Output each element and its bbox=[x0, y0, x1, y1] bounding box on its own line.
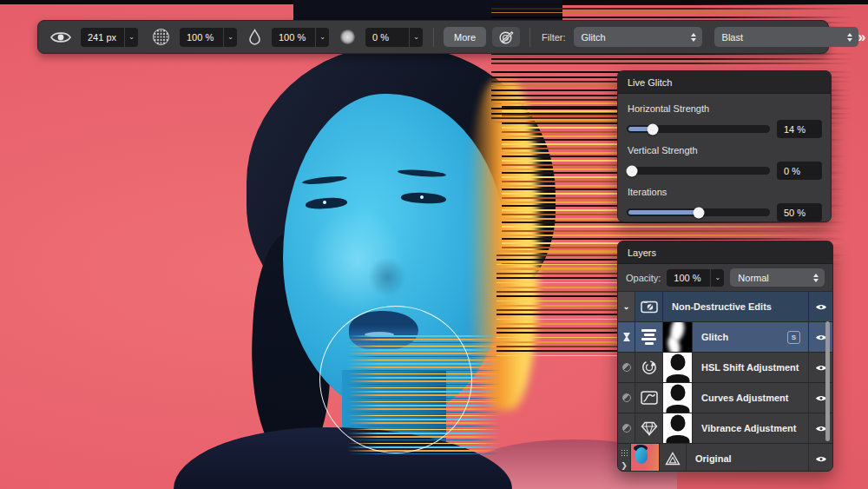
flow-value[interactable]: 100 % bbox=[272, 28, 315, 47]
softness-value[interactable]: 0 % bbox=[365, 28, 409, 47]
softness-icon bbox=[340, 30, 355, 44]
filter-select-value: Glitch bbox=[582, 32, 606, 43]
layer-row-original[interactable]: ❯ Original bbox=[618, 444, 832, 472]
chevron-down-icon[interactable]: ⌄ bbox=[223, 28, 237, 47]
vertical-strength-value[interactable]: 0 % bbox=[777, 162, 822, 180]
brush-icon bbox=[498, 30, 514, 44]
layer-name[interactable]: Non-Destructive Edits bbox=[663, 292, 809, 321]
vibrance-adjustment-icon bbox=[635, 413, 663, 443]
horizontal-strength-value[interactable]: 14 % bbox=[777, 120, 822, 138]
smart-badge: S bbox=[787, 331, 800, 344]
context-toolbar: 241 px ⌄ 100 % ⌄ 100 % ⌄ 0 % ⌄ More Filt… bbox=[37, 20, 829, 54]
toolbar-separator bbox=[433, 28, 434, 47]
layer-thumbnail[interactable] bbox=[631, 444, 660, 472]
brush-cursor-outline bbox=[319, 306, 472, 453]
opacity-label: Opacity: bbox=[626, 273, 661, 283]
layer-mask-thumbnail[interactable] bbox=[663, 353, 693, 382]
photo-eye-glint bbox=[420, 195, 424, 199]
chevron-down-icon[interactable]: ⌄ bbox=[710, 269, 724, 287]
layer-mask-thumbnail[interactable] bbox=[663, 413, 693, 443]
layer-toggle-icon[interactable] bbox=[618, 413, 635, 443]
chevron-down-icon[interactable]: ⌄ bbox=[315, 28, 329, 47]
filter-mode-select-value: Blast bbox=[722, 32, 743, 43]
blend-mode-value: Normal bbox=[738, 273, 768, 283]
blend-mode-select[interactable]: Normal bbox=[730, 268, 825, 287]
brush-width-icon bbox=[49, 30, 72, 45]
layer-toggle-icon[interactable] bbox=[618, 353, 635, 382]
flow-icon bbox=[248, 29, 261, 45]
expand-chevron-icon[interactable]: ⌄ bbox=[618, 292, 635, 321]
visibility-eye-icon[interactable] bbox=[809, 444, 832, 472]
brush-width-value[interactable]: 241 px bbox=[81, 28, 124, 47]
iterations-value[interactable]: 50 % bbox=[777, 203, 822, 221]
layer-name[interactable]: Curves Adjustment bbox=[693, 383, 809, 413]
hardness-value[interactable]: 100 % bbox=[180, 28, 223, 47]
snapshot-triangle-icon bbox=[660, 444, 687, 472]
live-filter-stack-icon bbox=[635, 322, 663, 352]
layers-list: ⌄ Non-Destructive Edits bbox=[618, 292, 832, 472]
layer-name[interactable]: Vibrance Adjustment bbox=[693, 413, 809, 443]
slider-knob[interactable] bbox=[627, 165, 638, 176]
layer-toggle-icon[interactable] bbox=[618, 383, 635, 413]
layer-row-curves[interactable]: Curves Adjustment bbox=[618, 383, 832, 413]
slider-label: Vertical Strength bbox=[628, 145, 821, 155]
slider-label: Horizontal Strength bbox=[628, 103, 821, 114]
mask-link-hourglass-icon[interactable] bbox=[618, 322, 635, 352]
layers-options-row: Opacity: 100 % ⌄ Normal bbox=[618, 264, 832, 292]
layer-mask-thumbnail[interactable] bbox=[663, 322, 693, 352]
layer-name[interactable]: Original bbox=[687, 444, 809, 472]
opacity-input[interactable]: 100 % ⌄ bbox=[667, 269, 724, 287]
filter-label: Filter: bbox=[542, 32, 566, 43]
flow-input[interactable]: 100 % ⌄ bbox=[272, 28, 329, 47]
photo-eye-glint bbox=[323, 201, 326, 204]
photo-nose-shadow bbox=[368, 257, 406, 297]
layers-scrollbar[interactable] bbox=[825, 321, 830, 441]
slider-knob[interactable] bbox=[693, 207, 704, 218]
layer-row-non-destructive-edits[interactable]: ⌄ Non-Destructive Edits bbox=[618, 292, 832, 322]
brush-width-input[interactable]: 241 px ⌄ bbox=[81, 28, 138, 47]
pixel-dots-icon bbox=[621, 449, 628, 457]
softness-input[interactable]: 0 % ⌄ bbox=[365, 28, 423, 47]
toolbar-overflow-button[interactable]: » bbox=[858, 30, 865, 45]
slider-knob[interactable] bbox=[648, 123, 659, 135]
layers-panel: Layers Opacity: 100 % ⌄ Normal ⌄ Non-Des… bbox=[617, 241, 833, 472]
pixel-layer-indicator[interactable]: ❯ bbox=[618, 444, 631, 472]
layer-row-hsl-shift[interactable]: HSL Shift Adjustment bbox=[618, 353, 832, 383]
vertical-strength-slider[interactable] bbox=[627, 167, 770, 175]
opacity-value[interactable]: 100 % bbox=[667, 269, 710, 287]
layer-row-glitch[interactable]: Glitch S bbox=[618, 322, 832, 353]
select-updown-icon bbox=[691, 33, 696, 42]
chevron-down-icon[interactable]: ⌄ bbox=[409, 28, 423, 47]
filter-mode-select[interactable]: Blast bbox=[714, 27, 858, 47]
more-button[interactable]: More bbox=[444, 27, 486, 47]
layer-name[interactable]: HSL Shift Adjustment bbox=[693, 353, 809, 382]
toolbar-separator bbox=[529, 28, 530, 47]
layer-mask-thumbnail[interactable] bbox=[663, 383, 693, 413]
group-image-icon bbox=[635, 292, 663, 321]
select-updown-icon bbox=[813, 274, 819, 282]
chevron-down-icon[interactable]: ⌄ bbox=[124, 28, 138, 47]
brush-settings-button[interactable] bbox=[492, 27, 520, 47]
visibility-eye-icon[interactable] bbox=[809, 292, 832, 321]
layer-row-vibrance[interactable]: Vibrance Adjustment bbox=[618, 413, 832, 444]
panel-title: Live Glitch bbox=[618, 71, 831, 94]
slider-fill bbox=[628, 210, 695, 215]
slider-label: Iterations bbox=[628, 187, 821, 197]
curves-adjustment-icon bbox=[635, 383, 663, 413]
chevron-right-icon[interactable]: ❯ bbox=[621, 463, 628, 468]
hardness-icon bbox=[153, 29, 169, 45]
hsl-adjustment-icon bbox=[635, 353, 663, 382]
app-window: 241 px ⌄ 100 % ⌄ 100 % ⌄ 0 % ⌄ More Filt… bbox=[0, 0, 868, 489]
iterations-slider[interactable] bbox=[627, 208, 770, 216]
hardness-input[interactable]: 100 % ⌄ bbox=[180, 28, 237, 47]
filter-select[interactable]: Glitch bbox=[574, 27, 702, 47]
layer-name[interactable]: Glitch S bbox=[693, 322, 809, 352]
horizontal-strength-slider[interactable] bbox=[627, 125, 770, 133]
slider-fill bbox=[628, 127, 649, 131]
panel-title: Layers bbox=[618, 241, 832, 264]
live-glitch-panel: Live Glitch Horizontal Strength 14 % Ver… bbox=[617, 70, 832, 222]
select-updown-icon bbox=[847, 33, 852, 42]
